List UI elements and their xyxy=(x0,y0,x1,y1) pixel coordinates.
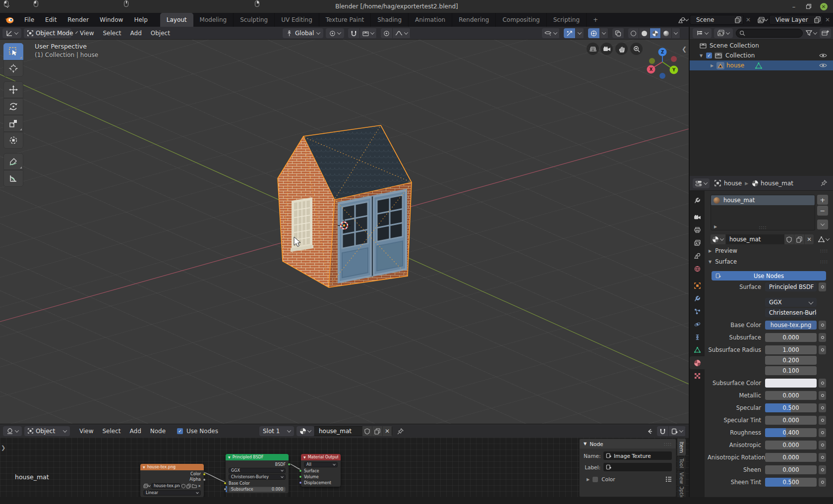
tool-measure[interactable] xyxy=(3,170,23,187)
property-field[interactable]: GGX xyxy=(765,298,817,307)
viewport-menu-view[interactable]: View xyxy=(75,30,98,37)
node-tree-filter-icon[interactable] xyxy=(818,236,829,242)
list-grip[interactable]: :::: xyxy=(759,225,767,230)
gizmo-neg-z-ball[interactable] xyxy=(659,73,665,79)
property-field[interactable]: 0.200 xyxy=(765,356,817,365)
color-list-icon[interactable] xyxy=(665,476,672,482)
tab-constraints[interactable] xyxy=(690,331,705,343)
socket-volume-in[interactable] xyxy=(299,475,302,478)
outliner-filter-id-dropdown[interactable] xyxy=(714,28,733,38)
view-layer-name[interactable]: View Layer xyxy=(772,16,814,23)
copy-material-icon[interactable] xyxy=(794,234,805,244)
shader-menu-select[interactable]: Select xyxy=(98,428,125,435)
outliner-row-scene-collection[interactable]: Scene Collection xyxy=(690,41,833,51)
material-slot-item[interactable]: house_mat xyxy=(711,195,815,205)
menu-render[interactable]: Render xyxy=(62,13,94,27)
shading-material-button[interactable] xyxy=(650,28,661,38)
scene-unlink-icon[interactable]: ✕ xyxy=(746,16,751,23)
socket-bsdf-out[interactable] xyxy=(288,463,291,466)
fake-user-shield-icon[interactable] xyxy=(362,426,372,436)
sidebar-tab-tool[interactable]: Tool xyxy=(677,457,686,470)
tab-texture[interactable] xyxy=(690,369,705,382)
tab-scene[interactable] xyxy=(690,249,705,262)
shader-menu-node[interactable]: Node xyxy=(146,428,170,435)
viewport-menu-object[interactable]: Object xyxy=(146,30,175,37)
slot-dropdown[interactable]: Slot 1 xyxy=(259,426,294,436)
unlink-material-icon[interactable]: ✕ xyxy=(805,234,814,244)
tab-world[interactable] xyxy=(690,262,705,275)
collection-checkbox[interactable]: ✓ xyxy=(706,53,712,58)
node-principled-bsdf-header[interactable]: ▼Principled BSDF xyxy=(226,454,289,460)
socket-base-color-in[interactable] xyxy=(224,482,227,485)
animate-property-button[interactable] xyxy=(819,333,826,342)
expand-icon[interactable]: ▼ xyxy=(699,54,704,58)
animate-property-button[interactable] xyxy=(819,403,826,412)
workspace-tab-scripting[interactable]: Scripting xyxy=(547,13,587,27)
shading-solid-button[interactable] xyxy=(639,28,650,38)
shading-rendered-button[interactable] xyxy=(661,28,672,38)
image-copy-icon[interactable] xyxy=(186,484,191,489)
workspace-tab-animation[interactable]: Animation xyxy=(409,13,452,27)
subsurface-slider[interactable]: Subsurface0.000 xyxy=(229,487,286,492)
socket-surface-in[interactable] xyxy=(299,469,302,472)
node-material-output-header[interactable]: ▼Material Output xyxy=(301,454,341,460)
editor-type-3d-button[interactable] xyxy=(2,28,21,38)
unlink-material-icon[interactable]: ✕ xyxy=(383,426,392,436)
hide-in-viewport-icon[interactable] xyxy=(819,63,827,68)
tool-scale[interactable] xyxy=(3,115,23,132)
property-field[interactable]: 0.000 xyxy=(765,465,817,474)
socket-color-out[interactable] xyxy=(203,473,206,476)
interpolation-dropdown[interactable]: Linear xyxy=(143,490,201,496)
property-field[interactable]: 0.400 xyxy=(765,428,817,437)
animate-property-button[interactable] xyxy=(819,428,826,437)
mode-dropdown[interactable]: Object Mode xyxy=(24,28,71,38)
view-layer-unlink-icon[interactable]: ✕ xyxy=(825,16,830,23)
proportional-edit-toggle[interactable] xyxy=(381,28,393,38)
image-browse-icon[interactable] xyxy=(143,484,150,488)
tab-particles[interactable] xyxy=(690,305,705,318)
tab-view-layer[interactable] xyxy=(690,236,705,249)
property-field[interactable]: 0.000 xyxy=(765,416,817,425)
workspace-tab-compositing[interactable]: Compositing xyxy=(496,13,546,27)
output-target-dropdown[interactable]: All xyxy=(304,462,338,467)
animate-property-button[interactable] xyxy=(819,321,826,330)
navigation-gizmo[interactable]: X Y Z xyxy=(644,43,684,83)
property-field[interactable] xyxy=(765,379,817,388)
animate-property-button[interactable] xyxy=(819,345,826,354)
animate-property-button[interactable] xyxy=(819,478,826,487)
workspace-tab-texture-paint[interactable]: Texture Paint xyxy=(319,13,371,27)
node-snap-mode-dropdown[interactable] xyxy=(669,426,686,436)
property-field[interactable]: Christensen-Burley xyxy=(765,308,817,317)
workspace-tab-sculpting[interactable]: Sculpting xyxy=(234,13,275,27)
node-image-texture-header[interactable]: ▼house-tex.png xyxy=(140,464,204,470)
zoom-view-button[interactable] xyxy=(630,43,643,55)
menu-window[interactable]: Window xyxy=(94,13,128,27)
tool-select-box[interactable] xyxy=(3,43,23,60)
material-name-field[interactable]: house_mat xyxy=(726,234,784,244)
image-unlink-icon[interactable]: ✕ xyxy=(198,484,201,488)
property-field[interactable]: 0.500 xyxy=(765,478,817,487)
object-visibility-dropdown[interactable] xyxy=(542,28,560,38)
remove-slot-button[interactable]: − xyxy=(817,206,828,216)
animate-property-button[interactable] xyxy=(819,391,826,400)
hide-in-viewport-icon[interactable] xyxy=(819,53,827,58)
shader-canvas[interactable]: ❯ house_mat ▼house-tex.png Color xyxy=(0,438,689,497)
fake-user-shield-icon[interactable] xyxy=(784,234,794,244)
tool-transform[interactable] xyxy=(3,132,23,149)
animate-property-button[interactable] xyxy=(819,379,826,388)
viewport-menu-select[interactable]: Select xyxy=(98,30,125,37)
go-to-parent-node-tree-icon[interactable] xyxy=(647,428,653,435)
animate-property-button[interactable] xyxy=(819,416,826,425)
animate-property-button[interactable] xyxy=(819,465,826,474)
tool-cursor[interactable] xyxy=(3,60,23,77)
workspace-tab-shading[interactable]: Shading xyxy=(371,13,409,27)
material-slot-list[interactable]: house_mat ▶ :::: xyxy=(711,195,815,230)
tab-physics[interactable] xyxy=(690,318,705,331)
scene-new-icon[interactable] xyxy=(735,16,741,23)
menu-help[interactable]: Help xyxy=(128,13,153,27)
shading-dropdown[interactable] xyxy=(672,28,680,38)
tab-object-data[interactable] xyxy=(690,343,705,356)
add-workspace-button[interactable]: + xyxy=(587,13,604,27)
shader-menu-view[interactable]: View xyxy=(75,428,98,435)
socket-alpha-out[interactable] xyxy=(203,478,206,481)
